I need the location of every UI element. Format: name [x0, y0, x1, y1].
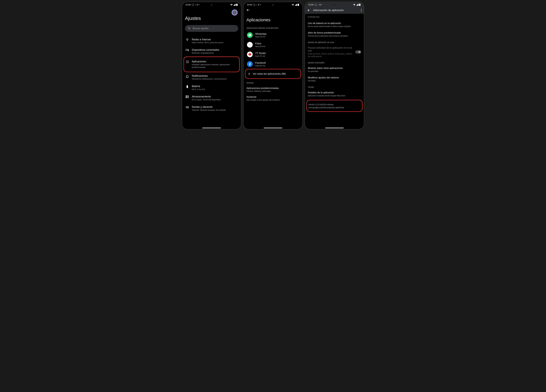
row-assistant[interactable]: Asistente Hey Google y otros ajustes del…	[247, 94, 299, 103]
row-storage[interactable]: Almacenamiento 33 % usado - 85,60 GB dis…	[185, 93, 238, 103]
package-name: com.google.android.projection.gearhead	[308, 106, 361, 109]
svg-point-7	[187, 61, 188, 61]
see-all-label: Ver todas las aplicaciones (98)	[253, 72, 286, 75]
row-sub: Historial de notificaciones, conversacio…	[192, 78, 227, 80]
row-open-default[interactable]: Abrir de forma predeterminada Permite qu…	[308, 30, 361, 39]
battery-icon	[359, 4, 360, 6]
row-sub: Asistente, aplicaciones recientes, aplic…	[192, 63, 237, 69]
highlight-version: versión 12.6.643254-release com.google.a…	[306, 100, 363, 112]
apps-grid-icon	[186, 60, 189, 63]
storage-icon	[186, 95, 189, 98]
row-overlay[interactable]: Mostrar sobre otras aplicaciones No perm…	[308, 65, 361, 74]
svg-rect-15	[187, 86, 188, 88]
see-all-apps-row[interactable]: Ver todas las aplicaciones (98)	[247, 70, 299, 77]
row-label: Pausar actividad de la aplicación si no …	[308, 46, 354, 52]
row-default-apps[interactable]: Aplicaciones predeterminadas Chrome, Tel…	[247, 85, 299, 94]
row-label: Abrir de forma predeterminada	[308, 32, 361, 34]
row-sub: Aplicación instalada desde Google Play S…	[308, 95, 361, 97]
app-row-facebook[interactable]: Facebook hace 95 min	[247, 59, 299, 69]
status-time: 21:04	[186, 4, 190, 6]
svg-point-19	[186, 96, 187, 96]
row-label: Uso de batería en la aplicación	[308, 22, 361, 25]
advanced-header: Ajustes avanzados	[308, 62, 361, 64]
row-sub: 33 % usado - 85,60 GB disponibles	[192, 98, 221, 101]
row-battery[interactable]: Batería 84 %: 1 d y 16 h	[185, 82, 238, 93]
svg-point-27	[361, 9, 362, 10]
row-label: Batería	[192, 85, 205, 88]
svg-point-10	[187, 62, 188, 62]
wifi-icon	[292, 4, 294, 6]
status-time: 21:04	[308, 4, 313, 6]
row-label: Detalles de la aplicación	[308, 91, 361, 94]
status-app-icons: ◯ ♪ § •	[192, 4, 199, 6]
status-right-icons	[292, 4, 299, 6]
pause-toggle[interactable]	[355, 51, 361, 54]
back-button[interactable]	[307, 9, 310, 12]
row-sub: Quita permisos, elimina archivos tempora…	[308, 53, 354, 58]
volume-icon	[186, 106, 189, 109]
signal-icon	[233, 4, 236, 6]
svg-rect-26	[359, 4, 360, 4]
row-sub: Volumen, vibración al pulsar, No molesta…	[192, 109, 226, 111]
topbar-title: Información de aplicación	[313, 9, 358, 12]
facebook-icon	[247, 61, 253, 67]
row-modify-system[interactable]: Modificar ajustes del sistema Permitido	[308, 74, 361, 84]
nav-pill[interactable]	[264, 128, 282, 128]
row-notifications[interactable]: Notificaciones Historial de notificacion…	[185, 72, 238, 82]
row-apps[interactable]: Aplicaciones Asistente, aplicaciones rec…	[185, 58, 238, 71]
search-settings[interactable]: Buscar ajustes	[185, 25, 238, 32]
dot-status-icon: •	[199, 4, 199, 6]
app-label: Fotos	[255, 42, 265, 45]
row-label: Sonido y vibración	[192, 106, 226, 108]
svg-point-6	[186, 61, 187, 61]
overflow-menu-button[interactable]	[361, 9, 362, 12]
app-label: WhatsApp	[255, 32, 266, 35]
back-button[interactable]	[247, 7, 299, 12]
svg-rect-5	[188, 50, 189, 51]
app-sub: hace 29 min	[255, 45, 265, 47]
row-label: Almacenamiento	[192, 95, 221, 98]
highlight-apps: Aplicaciones Asistente, aplicaciones rec…	[183, 57, 240, 72]
svg-point-29	[361, 11, 362, 12]
row-pause-activity[interactable]: Pausar actividad de la aplicación si no …	[308, 44, 361, 59]
row-app-details[interactable]: Detalles de la aplicación Aplicación ins…	[308, 89, 361, 99]
svg-point-14	[188, 63, 189, 63]
status-app-icons: ◯♪§•	[253, 4, 261, 6]
profile-avatar[interactable]	[232, 10, 238, 15]
app-row-whatsapp[interactable]: WhatsApp hace 29 min	[247, 30, 299, 40]
nav-pill[interactable]	[325, 128, 344, 128]
page-title: Aplicaciones	[247, 18, 299, 22]
app-row-ytstudio[interactable]: YT Studio hace 31 min	[247, 50, 299, 59]
app-row-photos[interactable]: Fotos hace 29 min	[247, 40, 299, 50]
row-sub: No ha usado batería desde la última carg…	[308, 25, 361, 28]
row-sub: 0 minutos hoy	[308, 16, 361, 18]
battery-icon	[298, 4, 299, 6]
svg-line-3	[190, 29, 190, 29]
svg-point-11	[188, 62, 189, 62]
camera-notch	[211, 4, 212, 6]
row-sub: Permitido	[308, 80, 361, 82]
svg-point-20	[186, 97, 187, 98]
nav-pill[interactable]	[202, 128, 221, 128]
svg-point-8	[188, 61, 189, 61]
phone-app-info: 21:04 ◯♪§• Información de aplicación 0 m…	[305, 2, 364, 130]
page-title: Ajustes	[185, 15, 238, 21]
version-string: versión 12.6.643254-release	[308, 103, 361, 106]
row-battery-usage[interactable]: Uso de batería en la aplicación No ha us…	[308, 20, 361, 30]
svg-point-12	[186, 63, 187, 63]
row-sub: Chrome, Teléfono y Mensajes	[247, 90, 299, 92]
svg-rect-22	[298, 4, 299, 4]
row-network[interactable]: Redes e Internet Datos móviles, Wi-Fi, p…	[185, 36, 238, 46]
row-screen-time[interactable]: 0 minutos hoy	[308, 14, 361, 20]
app-sub: hace 29 min	[255, 36, 266, 38]
recent-apps-header: Aplicaciones abiertas recientemente	[247, 27, 299, 29]
wifi-icon	[353, 4, 356, 6]
battery-icon	[236, 4, 238, 6]
phone-apps-list: 21:04 ◯♪§• Aplicaciones Aplicaciones abi…	[243, 2, 303, 130]
row-devices[interactable]: Dispositivos conectados Bluetooth, empar…	[185, 46, 238, 57]
store-header: Tienda	[308, 86, 361, 88]
svg-rect-21	[298, 4, 299, 6]
row-sound[interactable]: Sonido y vibración Volumen, vibración al…	[185, 103, 238, 114]
row-sub: No permitido	[308, 70, 361, 73]
photos-icon	[247, 42, 253, 48]
